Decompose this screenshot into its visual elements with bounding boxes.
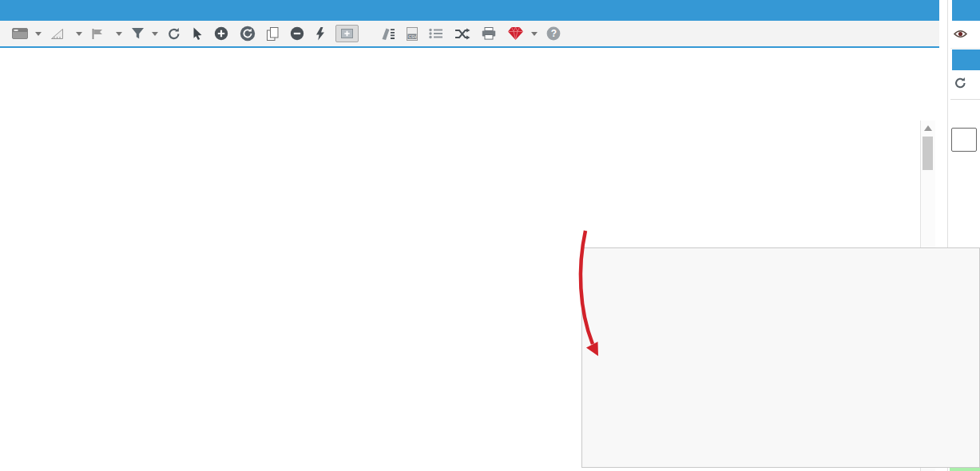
window-titlebar (0, 0, 939, 21)
quick-action-icon[interactable] (315, 27, 325, 41)
view-preset-icon[interactable] (50, 28, 64, 40)
shuffle-icon[interactable] (454, 28, 470, 40)
refresh-icon[interactable] (167, 27, 181, 41)
eye-icon (954, 29, 967, 41)
paste-special-button[interactable] (335, 25, 359, 42)
view-preset-caret-icon[interactable] (76, 32, 82, 36)
right-panel-groups-header (952, 49, 980, 70)
add-product-icon[interactable] (214, 26, 228, 41)
context-menu (581, 247, 980, 468)
filter-caret-icon[interactable] (152, 32, 158, 36)
main-toolbar: CSV ? (0, 21, 939, 48)
language-caret-icon[interactable] (116, 32, 122, 36)
bulk-edit-icon[interactable] (380, 27, 395, 40)
layout-icon[interactable] (12, 28, 28, 39)
print-icon[interactable] (482, 27, 496, 40)
groups-refresh-icon[interactable] (954, 77, 967, 93)
premium-caret-icon[interactable] (531, 32, 538, 36)
language-flag-icon[interactable] (91, 28, 104, 40)
svg-text:CSV: CSV (408, 34, 417, 38)
svg-text:?: ? (551, 28, 557, 39)
scroll-up-arrow-icon[interactable] (924, 125, 932, 131)
csv-export-icon[interactable]: CSV (407, 27, 418, 41)
cursor-select-icon[interactable] (192, 27, 203, 40)
grid-header (0, 49, 919, 121)
premium-gem-icon[interactable] (507, 26, 524, 41)
right-panel-visibility-row[interactable] (950, 21, 980, 49)
groups-toolbar (950, 70, 980, 100)
right-panel-products-header (952, 0, 980, 21)
scrollbar-thumb[interactable] (922, 137, 933, 170)
groups-id-filter-input[interactable] (951, 128, 977, 152)
layout-caret-icon[interactable] (35, 32, 42, 36)
list-icon[interactable] (429, 28, 443, 39)
delete-product-icon[interactable] (290, 26, 304, 41)
help-icon[interactable]: ? (546, 26, 561, 41)
sync-icon[interactable] (240, 26, 256, 42)
store-commander-window: CSV ? (0, 0, 980, 471)
duplicate-icon[interactable] (267, 27, 279, 41)
filter-icon[interactable] (131, 27, 145, 40)
